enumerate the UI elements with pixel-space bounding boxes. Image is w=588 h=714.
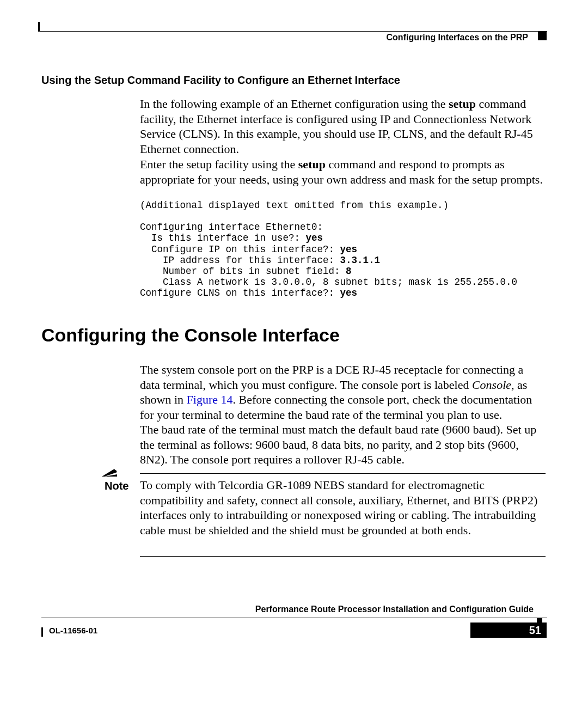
code-line: IP address for this interface: [140, 255, 340, 266]
code-line: Number of bits in subnet field: [140, 266, 346, 277]
note-label: Note [105, 480, 128, 492]
code-block-setup: (Additional displayed text omitted from … [140, 200, 546, 298]
footer-doc-id: OL-11656-01 [49, 626, 97, 635]
note-icon [102, 467, 118, 477]
running-header-title: Configuring Interfaces on the PRP [387, 33, 528, 42]
code-line: Configuring interface Ethernet0: [140, 222, 323, 233]
code-bold: yes [340, 288, 358, 298]
note-body: To comply with Telcordia GR-1089 NEBS st… [140, 478, 546, 538]
para-console-2: The baud rate of the terminal must match… [140, 422, 546, 467]
code-line: Class A network is 3.0.0.0, 8 subnet bit… [140, 277, 517, 288]
code-bold: 8 [346, 266, 352, 277]
para-setup-eth-2: Enter the setup facility using the setup… [140, 157, 546, 187]
note-rule-top [140, 473, 546, 474]
page-number: 51 [470, 623, 547, 638]
text: Enter the setup facility using the [140, 157, 298, 171]
code-line: Configure IP on this interface?: [140, 244, 340, 255]
footer-rule [41, 618, 547, 618]
footer-tick [41, 627, 43, 637]
code-line: Configure CLNS on this interface?: [140, 288, 340, 298]
note-rule-bottom [140, 556, 546, 557]
label-console-italic: Console [472, 378, 511, 392]
code-bold: yes [340, 244, 358, 255]
footer-guide-title: Performance Route Processor Installation… [255, 605, 534, 614]
header-square-marker [538, 32, 547, 40]
command-setup-2: setup [298, 157, 326, 171]
header-tick [38, 22, 40, 31]
figure-link-14[interactable]: Figure 14 [187, 393, 233, 406]
page: Configuring Interfaces on the PRP Using … [0, 0, 588, 714]
para-console-1: The system console port on the PRP is a … [140, 362, 546, 422]
code-line: (Additional displayed text omitted from … [140, 200, 449, 211]
heading-console-interface: Configuring the Console Interface [41, 325, 340, 346]
code-bold: 3.3.1.1 [340, 255, 381, 266]
code-bold: yes [306, 233, 323, 243]
text: In the following example of an Ethernet … [140, 97, 449, 111]
text: The system console port on the PRP is a … [140, 363, 523, 392]
code-line: Is this interface in use?: [140, 233, 306, 243]
command-setup-1: setup [449, 97, 476, 111]
para-setup-eth-1: In the following example of an Ethernet … [140, 96, 546, 156]
header-rule [38, 31, 547, 32]
heading-setup-ethernet: Using the Setup Command Facility to Conf… [41, 74, 400, 87]
